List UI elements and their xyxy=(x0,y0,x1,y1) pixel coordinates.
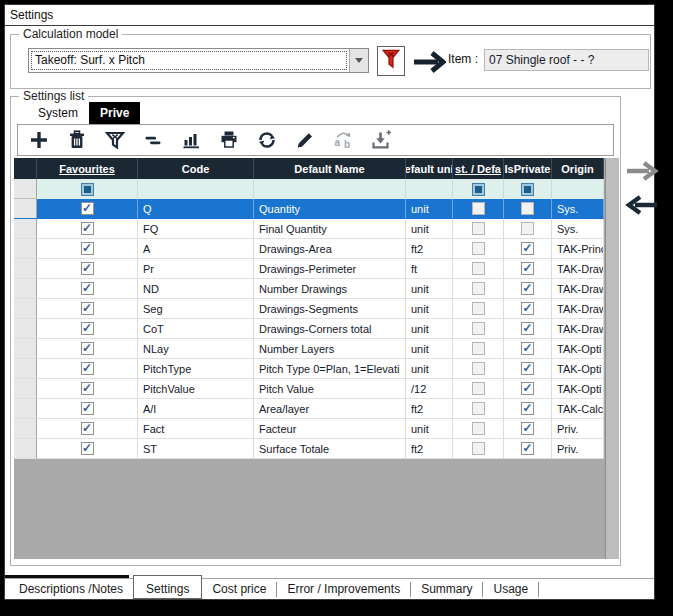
column-header-Default Name[interactable]: Default Name xyxy=(254,158,406,179)
cell-code[interactable]: PitchType xyxy=(138,359,254,379)
checkbox-unchecked[interactable] xyxy=(472,322,485,335)
grid-row-Seg[interactable]: ✓SegDrawings-Segmentsunit✓TAK-Draw xyxy=(14,299,604,319)
cell-default-unit[interactable]: unit xyxy=(406,279,453,299)
cell-code[interactable]: Fact xyxy=(138,419,254,439)
column-header-Origin[interactable]: Origin xyxy=(552,158,604,179)
cell-code[interactable]: ST xyxy=(138,439,254,459)
checkbox-checked[interactable]: ✓ xyxy=(521,362,534,375)
checkbox-checked[interactable]: ✓ xyxy=(521,262,534,275)
checkbox-checked[interactable]: ✓ xyxy=(81,422,94,435)
cell-origin[interactable]: TAK-Princ xyxy=(552,239,604,259)
cell-est-def[interactable] xyxy=(453,199,504,219)
delete-icon[interactable] xyxy=(64,128,90,152)
cell-code[interactable]: FQ xyxy=(138,219,254,239)
cell-favourites[interactable]: ✓ xyxy=(37,239,138,259)
cell-est-def[interactable] xyxy=(453,439,504,459)
checkbox-checked[interactable]: ✓ xyxy=(521,302,534,315)
calculation-model-select[interactable]: Takeoff: Surf. x Pitch xyxy=(28,48,369,73)
cell-est-def[interactable] xyxy=(453,339,504,359)
cell-est-def[interactable] xyxy=(453,379,504,399)
checkbox-unchecked[interactable] xyxy=(472,282,485,295)
column-header-st. / Defa[interactable]: st. / Defa xyxy=(453,158,504,179)
move-left-arrow-icon[interactable] xyxy=(625,194,659,220)
checkbox-checked[interactable]: ✓ xyxy=(521,382,534,395)
cell-is-private[interactable] xyxy=(504,219,552,239)
checkbox-unchecked[interactable] xyxy=(472,402,485,415)
row-header[interactable] xyxy=(14,379,37,399)
row-header[interactable] xyxy=(14,199,37,219)
add-icon[interactable] xyxy=(26,128,52,152)
filter-icon[interactable] xyxy=(102,128,128,152)
bottom-tab-settings[interactable]: Settings xyxy=(133,575,202,599)
cell-favourites[interactable]: ✓ xyxy=(37,439,138,459)
cell-is-private[interactable]: ✓ xyxy=(504,379,552,399)
cell-default-name[interactable]: Drawings-Area xyxy=(254,239,406,259)
grid-row-ND[interactable]: ✓NDNumber Drawingsunit✓TAK-Draw xyxy=(14,279,604,299)
cell-default-unit[interactable]: ft2 xyxy=(406,399,453,419)
bottom-tab-summary[interactable]: Summary xyxy=(411,579,482,598)
cell-default-name[interactable]: Drawings-Corners total xyxy=(254,319,406,339)
cell-is-private[interactable]: ✓ xyxy=(504,259,552,279)
cell-default-unit[interactable]: unit xyxy=(406,339,453,359)
cell-origin[interactable]: Priv. xyxy=(552,419,604,439)
row-header[interactable] xyxy=(14,359,37,379)
settings-grid[interactable]: FavouritesCodeDefault Nameefault unist. … xyxy=(14,158,619,559)
column-header-Code[interactable]: Code xyxy=(138,158,254,179)
filter-cell[interactable] xyxy=(453,179,504,199)
checkbox-checked[interactable]: ✓ xyxy=(521,342,534,355)
checkbox-unchecked[interactable] xyxy=(472,262,485,275)
cell-code[interactable]: A/l xyxy=(138,399,254,419)
cell-default-name[interactable]: Pitch Value xyxy=(254,379,406,399)
cell-code[interactable]: Pr xyxy=(138,259,254,279)
row-header[interactable] xyxy=(14,279,37,299)
bottom-tab-cost-price[interactable]: Cost price xyxy=(202,579,276,598)
cell-favourites[interactable]: ✓ xyxy=(37,299,138,319)
grid-row-Q[interactable]: ✓QQuantityunitSys. xyxy=(14,199,604,219)
cell-est-def[interactable] xyxy=(453,419,504,439)
checkbox-checked[interactable]: ✓ xyxy=(81,442,94,455)
grid-vertical-scrollbar[interactable] xyxy=(605,158,619,559)
cell-est-def[interactable] xyxy=(453,399,504,419)
print-icon[interactable] xyxy=(216,128,242,152)
filter-cell[interactable] xyxy=(37,179,138,199)
cell-favourites[interactable]: ✓ xyxy=(37,219,138,239)
checkbox-checked[interactable]: ✓ xyxy=(521,322,534,335)
checkbox-checked[interactable]: ✓ xyxy=(81,202,94,215)
cell-default-unit[interactable]: unit xyxy=(406,319,453,339)
checkbox-unchecked[interactable] xyxy=(472,362,485,375)
grid-row-FQ[interactable]: ✓FQFinal QuantityunitSys. xyxy=(14,219,604,239)
filter-cell[interactable] xyxy=(406,179,453,199)
cell-is-private[interactable]: ✓ xyxy=(504,359,552,379)
cell-code[interactable]: Q xyxy=(138,199,254,219)
cell-code[interactable]: A xyxy=(138,239,254,259)
cell-default-unit[interactable]: ft2 xyxy=(406,439,453,459)
import-icon[interactable] xyxy=(368,128,394,152)
move-right-arrow-icon[interactable] xyxy=(625,160,659,186)
checkbox-checked[interactable]: ✓ xyxy=(81,402,94,415)
grid-row-CoT[interactable]: ✓CoTDrawings-Corners totalunit✓TAK-Draw xyxy=(14,319,604,339)
checkbox-unchecked[interactable] xyxy=(472,302,485,315)
grid-row-PitchValue[interactable]: ✓PitchValuePitch Value/12✓TAK-Opti xyxy=(14,379,604,399)
row-header[interactable] xyxy=(14,259,37,279)
cell-code[interactable]: PitchValue xyxy=(138,379,254,399)
cell-favourites[interactable]: ✓ xyxy=(37,419,138,439)
cell-is-private[interactable]: ✓ xyxy=(504,319,552,339)
cell-is-private[interactable]: ✓ xyxy=(504,299,552,319)
cell-est-def[interactable] xyxy=(453,319,504,339)
cell-default-name[interactable]: Number Layers xyxy=(254,339,406,359)
checkbox-checked[interactable]: ✓ xyxy=(81,362,94,375)
cell-code[interactable]: CoT xyxy=(138,319,254,339)
cell-default-unit[interactable]: /12 xyxy=(406,379,453,399)
filter-cell[interactable] xyxy=(254,179,406,199)
cell-default-name[interactable]: Surface Totale xyxy=(254,439,406,459)
filter-checkbox[interactable] xyxy=(81,183,94,196)
filter-cell[interactable] xyxy=(138,179,254,199)
cell-default-name[interactable]: Final Quantity xyxy=(254,219,406,239)
cell-default-name[interactable]: Quantity xyxy=(254,199,406,219)
cell-code[interactable]: Seg xyxy=(138,299,254,319)
cell-favourites[interactable]: ✓ xyxy=(37,259,138,279)
column-header-efault uni[interactable]: efault uni xyxy=(406,158,453,179)
checkbox-unchecked[interactable] xyxy=(472,442,485,455)
cell-default-name[interactable]: Facteur xyxy=(254,419,406,439)
grid-row-PitchType[interactable]: ✓PitchTypePitch Type 0=Plan, 1=Elevatiun… xyxy=(14,359,604,379)
